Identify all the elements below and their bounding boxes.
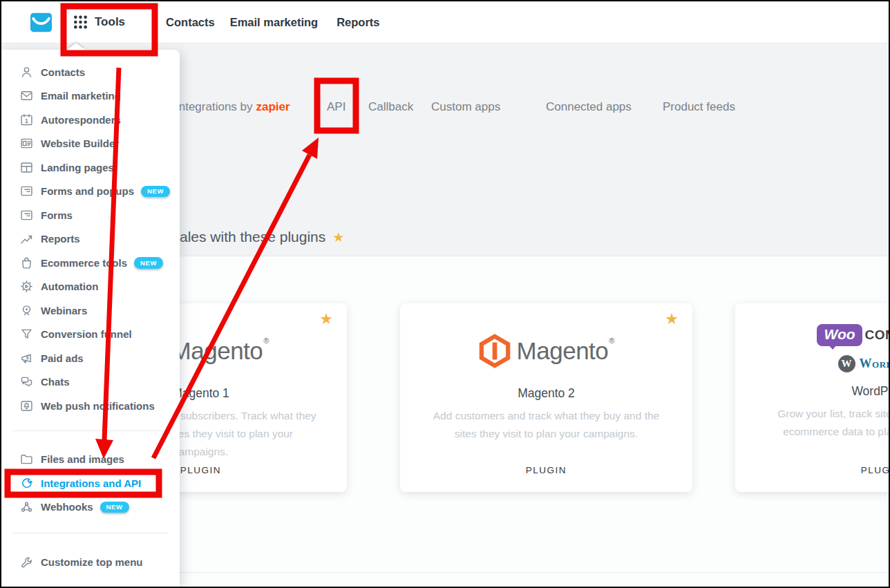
top-navigation-bar: Tools Contacts Email marketing Reports — [1, 1, 889, 44]
nav-item-contacts[interactable]: Contacts — [166, 16, 215, 29]
autoresponders-icon: 1 — [19, 113, 34, 127]
menu-item-webhooks[interactable]: Webhooks NEW — [1, 495, 180, 520]
menu-item-label: Customize top menu — [41, 556, 143, 568]
woocommerce-logo: Woo COMMERCE — [735, 321, 890, 349]
webhook-icon — [19, 500, 34, 514]
menu-divider — [12, 533, 169, 533]
magento-logo: Magento® — [400, 331, 692, 371]
website-builder-icon — [19, 136, 34, 151]
menu-item-label: Integrations and API — [41, 477, 141, 489]
card-description: Grow your list, track site visitors, and… — [735, 405, 890, 441]
menu-item-customize-top-menu[interactable]: Customize top menu — [1, 550, 180, 574]
tab-product-feeds[interactable]: Product feeds — [663, 100, 735, 114]
woocommerce-wordmark: COMMERCE — [865, 328, 890, 343]
menu-item-label: Automation — [41, 281, 98, 292]
landing-pages-icon — [19, 160, 34, 175]
new-badge: NEW — [100, 502, 129, 513]
ecommerce-icon — [19, 256, 34, 270]
forms-popups-icon — [19, 184, 34, 198]
menu-item-ecommerce-tools[interactable]: Ecommerce tools NEW — [1, 251, 180, 275]
menu-item-landing-pages[interactable]: Landing pages — [1, 155, 180, 180]
grid-menu-icon[interactable] — [73, 15, 88, 30]
web-push-icon — [19, 399, 34, 413]
section-heading-text: ales with these plugins — [180, 229, 325, 245]
menu-item-webinars[interactable]: Webinars — [1, 298, 180, 323]
menu-item-email-marketing[interactable]: Email marketing — [1, 84, 180, 108]
dropdown-caret — [67, 43, 85, 50]
tab-callback[interactable]: Callback — [368, 100, 413, 114]
wordpress-w-icon: W — [838, 355, 855, 372]
favorite-star-icon: ★ — [319, 312, 333, 327]
menu-item-chats[interactable]: Chats — [1, 370, 180, 395]
menu-item-label: Chats — [41, 376, 70, 388]
favorite-star-icon: ★ — [665, 312, 679, 327]
card-title: WordPress — [735, 384, 890, 399]
star-icon: ★ — [332, 230, 344, 245]
magento-hexagon-icon — [479, 333, 511, 369]
menu-item-paid-ads[interactable]: $ Paid ads — [1, 346, 180, 370]
tab-api[interactable]: API — [327, 100, 345, 114]
getresponse-logo-icon[interactable] — [30, 12, 52, 33]
menu-item-label: Files and images — [41, 453, 124, 465]
menu-item-forms-and-popups[interactable]: Forms and popups NEW — [1, 180, 180, 204]
reports-icon — [19, 231, 34, 246]
menu-item-label: Paid ads — [41, 352, 84, 364]
menu-item-label: Conversion funnel — [41, 328, 132, 340]
plug-icon — [19, 476, 34, 491]
paid-ads-icon: $ — [19, 351, 34, 366]
menu-item-label: Ecommerce tools — [41, 257, 127, 269]
menu-item-label: Email marketing — [41, 90, 121, 102]
menu-item-label: Contacts — [41, 66, 85, 78]
menu-item-label: Forms and popups — [41, 185, 134, 197]
nav-divider — [64, 12, 64, 32]
tab-connected-apps[interactable]: Connected apps — [546, 100, 632, 114]
svg-text:1: 1 — [25, 117, 28, 124]
menu-item-label: Webhooks — [41, 501, 93, 513]
magento-wordmark: Magento — [171, 337, 263, 365]
menu-item-automation[interactable]: Automation — [1, 275, 180, 299]
automation-icon — [19, 279, 34, 294]
menu-item-label: Web push notifications — [41, 400, 155, 412]
tools-dropdown-menu: Contacts Email marketing 1 Autoresponder… — [1, 50, 180, 587]
tab-custom-apps[interactable]: Custom apps — [431, 100, 500, 114]
folder-icon — [19, 452, 34, 466]
menu-item-label: Landing pages — [41, 162, 114, 173]
registered-mark: ® — [263, 336, 269, 345]
menu-item-label: Reports — [41, 233, 80, 245]
forms-icon — [19, 208, 34, 222]
menu-item-contacts[interactable]: Contacts — [1, 60, 180, 84]
svg-text:$: $ — [26, 355, 29, 361]
section-heading: ales with these plugins★ — [180, 229, 344, 245]
nav-item-reports[interactable]: Reports — [337, 16, 379, 29]
tab-integrations-by-zapier[interactable]: Integrations byzapier — [176, 100, 290, 114]
contacts-icon — [19, 65, 34, 79]
menu-item-autoresponders[interactable]: 1 Autoresponders — [1, 108, 180, 132]
zapier-logo: zapier — [256, 100, 290, 113]
wordpress-wordmark: WordPress — [860, 357, 890, 371]
menu-item-integrations-and-api[interactable]: Integrations and API — [1, 471, 180, 495]
plugin-tag: PLUGIN — [735, 465, 890, 475]
menu-item-label: Autoresponders — [41, 114, 121, 126]
registered-mark: ® — [609, 336, 614, 345]
menu-item-reports[interactable]: Reports — [1, 227, 180, 252]
menu-item-files-and-images[interactable]: Files and images — [1, 448, 180, 472]
card-description: Add customers and track what they buy an… — [400, 407, 692, 443]
menu-item-web-push-notifications[interactable]: Web push notifications — [1, 394, 180, 418]
plugin-card-wordpress[interactable]: Woo COMMERCE W WordPress WordPress Grow … — [735, 303, 890, 492]
magento-wordmark: Magento — [517, 337, 609, 365]
menu-item-website-builder[interactable]: Website Builder — [1, 132, 180, 156]
woo-badge-icon: Woo — [817, 324, 862, 346]
card-title: Magento 2 — [400, 386, 692, 401]
menu-item-label: Forms — [41, 209, 73, 221]
plugin-card-magento-2[interactable]: ★ Magento® Magento 2 Add customers and t… — [400, 303, 692, 492]
tab-label: Integrations by — [176, 100, 253, 113]
webinars-icon — [19, 303, 34, 318]
plugin-tag: PLUGIN — [400, 465, 692, 475]
tools-menu-button[interactable]: Tools — [95, 15, 125, 29]
menu-item-label: Webinars — [41, 305, 87, 316]
tools-menu-list: Contacts Email marketing 1 Autoresponder… — [1, 50, 180, 574]
nav-item-email-marketing[interactable]: Email marketing — [230, 16, 318, 29]
menu-item-conversion-funnel[interactable]: Conversion funnel — [1, 323, 180, 347]
menu-item-forms[interactable]: Forms — [1, 203, 180, 227]
menu-item-label: Website Builder — [41, 137, 119, 149]
